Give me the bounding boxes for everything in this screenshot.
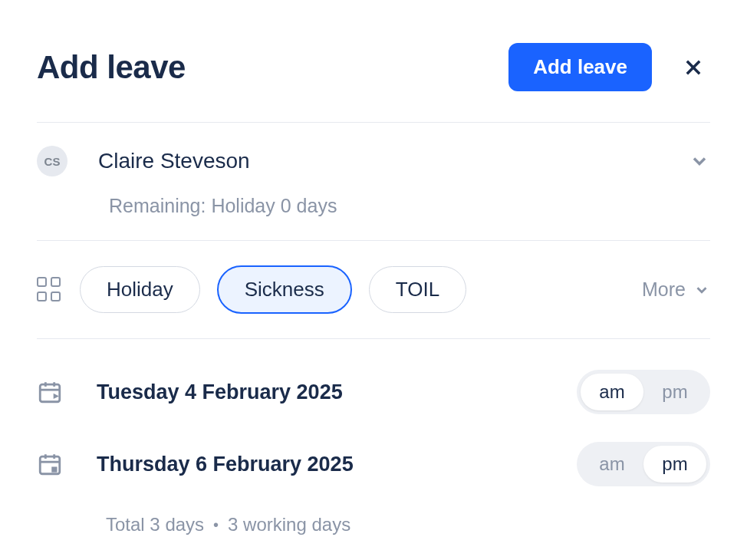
start-ampm-toggle: am pm xyxy=(577,370,710,414)
add-leave-button[interactable]: Add leave xyxy=(508,43,652,91)
more-label: More xyxy=(642,278,686,301)
chevron-down-icon xyxy=(693,282,710,298)
leave-type-toil[interactable]: TOIL xyxy=(369,266,466,313)
separator-dot: • xyxy=(213,517,219,532)
page-title: Add leave xyxy=(37,49,186,86)
remaining-balance: Remaining: Holiday 0 days xyxy=(109,195,710,217)
user-selector[interactable]: CS Claire Steveson xyxy=(37,146,710,176)
svg-marker-6 xyxy=(54,394,59,399)
calendar-start-icon xyxy=(37,379,63,405)
avatar: CS xyxy=(37,146,67,176)
total-days: Total 3 days xyxy=(106,514,204,535)
close-icon xyxy=(683,57,704,78)
end-am-option[interactable]: am xyxy=(581,446,643,483)
svg-rect-2 xyxy=(40,384,60,402)
svg-rect-11 xyxy=(51,466,57,472)
start-date-label[interactable]: Tuesday 4 February 2025 xyxy=(97,380,543,404)
total-summary: Total 3 days • 3 working days xyxy=(106,514,710,535)
more-types-button[interactable]: More xyxy=(642,278,710,301)
working-days: 3 working days xyxy=(228,514,350,535)
close-button[interactable] xyxy=(676,51,710,84)
start-pm-option[interactable]: pm xyxy=(643,374,706,410)
user-section: CS Claire Steveson Remaining: Holiday 0 … xyxy=(37,123,710,240)
end-ampm-toggle: am pm xyxy=(577,442,710,486)
calendar-end-icon xyxy=(37,451,63,477)
end-date-label[interactable]: Thursday 6 February 2025 xyxy=(97,453,543,476)
end-date-row: Thursday 6 February 2025 am pm xyxy=(37,442,710,486)
user-name: Claire Steveson xyxy=(98,149,658,173)
start-am-option[interactable]: am xyxy=(581,374,643,410)
chevron-down-icon xyxy=(689,150,710,172)
start-date-row: Tuesday 4 February 2025 am pm xyxy=(37,370,710,414)
grid-icon[interactable] xyxy=(37,277,63,303)
leave-type-sickness[interactable]: Sickness xyxy=(217,265,352,314)
end-pm-option[interactable]: pm xyxy=(643,446,706,483)
leave-type-holiday[interactable]: Holiday xyxy=(80,266,200,313)
